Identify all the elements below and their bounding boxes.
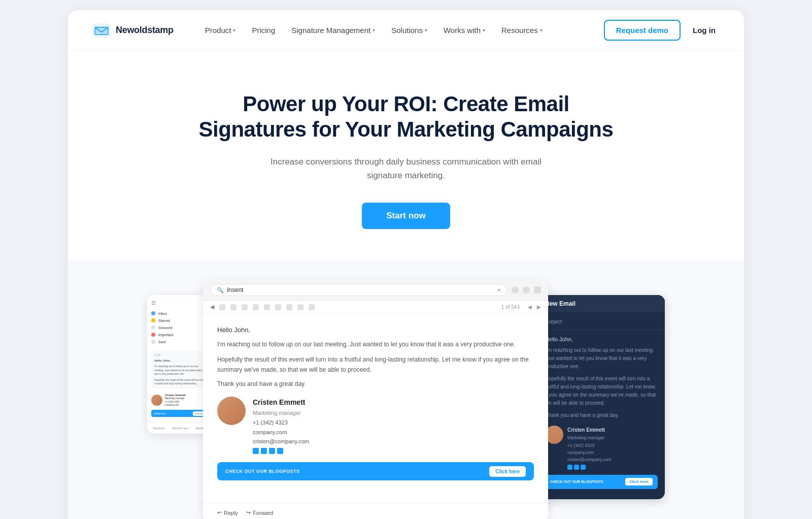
tag-icon	[286, 304, 292, 310]
chevron-down-icon: ▾	[540, 27, 543, 33]
nav-item-product[interactable]: Product ▾	[198, 22, 243, 39]
nav-actions: Request demo Log in	[604, 20, 720, 41]
start-now-button[interactable]: Start now	[362, 203, 450, 229]
mobile-sent-item: Sent	[151, 338, 209, 345]
print-icon	[275, 304, 281, 310]
email-signature: Cristen Emmett Marketing manager +1 (342…	[217, 397, 534, 455]
snooze-icon	[151, 326, 155, 330]
compose-panel: New Email Subject Hello John, I'm reachi…	[538, 295, 665, 499]
attach-icon	[297, 304, 303, 310]
compose-body: Hello John, I'm reaching out to follow u…	[538, 330, 665, 499]
linkedin-icon	[581, 465, 586, 470]
linkedin-icon	[269, 448, 275, 454]
compose-banner-btn[interactable]: Click here	[625, 478, 653, 485]
more-icon	[264, 304, 270, 310]
desktop-search-bar[interactable]: 🔍 Insent ✕	[210, 284, 507, 296]
twitter-icon	[574, 465, 579, 470]
facebook-icon	[567, 465, 572, 470]
nav-item-sig-management[interactable]: Signature Management ▾	[284, 22, 382, 39]
toolbar-grid-icon	[534, 286, 541, 294]
sent-icon	[151, 340, 155, 344]
chevron-down-icon: ▾	[425, 27, 427, 33]
desktop-email-preview: 🔍 Insent ✕ ◀	[203, 280, 548, 519]
twitter-icon	[261, 448, 267, 454]
email-closing: Thank you and have a great day.	[217, 380, 534, 387]
compose-signature: Cristen Emmett Marketing manager +1 (342…	[545, 426, 658, 470]
toolbar-icon	[512, 286, 519, 294]
back-icon[interactable]: ◀	[210, 304, 214, 310]
hero-title: Power up Your ROI: Create Email Signatur…	[188, 91, 624, 143]
archive-icon	[219, 304, 225, 310]
mobile-email-preview: 11:04 ◀ Hello John, I'm reaching out to …	[151, 350, 209, 389]
email-body-2: Hopefully the result of this event will …	[217, 355, 534, 375]
nav-item-resources[interactable]: Resources ▾	[494, 22, 550, 39]
email-banner: CHECK OUT OUR BLOGPOSTS Click here	[217, 462, 534, 480]
mobile-important-item: Important	[151, 331, 209, 338]
mobile-sig-avatar	[151, 395, 162, 406]
mark-icon	[242, 304, 248, 310]
banner-cta-button[interactable]: Click here	[489, 466, 526, 477]
mobile-menu-icon: ☰	[151, 300, 209, 306]
forward-button[interactable]: ↪ Forward	[246, 509, 273, 516]
logo-link[interactable]: Newoldstamp	[92, 23, 174, 38]
nav-prev-icon[interactable]: ◀	[528, 304, 532, 310]
nav-item-pricing[interactable]: Pricing	[245, 22, 282, 39]
delete-icon	[230, 304, 236, 310]
forward-icon: ↪	[246, 509, 251, 516]
mobile-snoozed-item: Snoozed	[151, 324, 209, 331]
navbar: Newoldstamp Product ▾ Pricing Signature …	[68, 10, 744, 51]
email-reply-bar: ↩ Reply ↪ Forward	[203, 503, 548, 519]
compose-sig-details: Cristen Emmett Marketing manager +1 (342…	[567, 426, 611, 470]
desktop-email-body: Hello John, I'm reaching out to follow u…	[203, 314, 548, 503]
nav-item-solutions[interactable]: Solutions ▾	[384, 22, 434, 39]
sig-details: Cristen Emmett Marketing manager +1 (342…	[253, 397, 309, 455]
reply-icon: ↩	[217, 509, 222, 516]
sig-social-links	[253, 448, 309, 454]
nav-next-icon[interactable]: ▶	[537, 304, 541, 310]
hero-section: Power up Your ROI: Create Email Signatur…	[68, 51, 744, 260]
compose-subject: Subject	[538, 312, 665, 330]
hero-subtitle: Increase conversions through daily busin…	[259, 155, 553, 182]
instagram-icon	[277, 448, 283, 454]
toolbar-icons	[512, 286, 541, 294]
request-demo-button[interactable]: Request demo	[604, 20, 681, 41]
login-button[interactable]: Log in	[689, 21, 720, 40]
compose-social-links	[567, 465, 611, 470]
logo-text: Newoldstamp	[116, 25, 174, 36]
star-icon	[151, 318, 155, 322]
mobile-sig-banner: CHECK OUT Click here	[151, 410, 209, 417]
search-icon: 🔍	[217, 287, 224, 294]
facebook-icon	[253, 448, 259, 454]
clear-search-icon: ✕	[497, 287, 501, 293]
desktop-action-bar: ◀ 1 of 543 ◀ ▶	[203, 301, 548, 314]
chevron-down-icon: ▾	[233, 27, 235, 33]
mobile-signature: Cristen Emmett Marketing manager +1 (342…	[151, 393, 209, 408]
nav-links: Product ▾ Pricing Signature Management ▾…	[198, 22, 604, 39]
demo-area: ☰ Inbox Starred Snoozed	[68, 260, 744, 519]
chevron-down-icon: ▾	[373, 27, 375, 33]
chevron-down-icon: ▾	[483, 27, 485, 33]
logo-icon	[92, 23, 111, 38]
compose-banner: CHECK OUT OUR BLOGPOSTS Click here	[545, 475, 658, 489]
important-icon	[151, 333, 155, 337]
mobile-inbox-item: Inbox	[151, 310, 209, 317]
reply-button[interactable]: ↩ Reply	[217, 509, 238, 516]
nav-item-works-with[interactable]: Works with ▾	[436, 22, 492, 39]
desktop-toolbar: 🔍 Insent ✕	[203, 280, 548, 301]
compose-header: New Email	[538, 295, 665, 312]
email-greeting: Hello John,	[217, 326, 534, 334]
dots-icon	[309, 304, 315, 310]
mobile-starred-item: Starred	[151, 317, 209, 324]
toolbar-icon	[523, 286, 530, 294]
move-icon	[253, 304, 259, 310]
email-body-1: I'm reaching out to follow up on our las…	[217, 340, 534, 350]
page-count: 1 of 543	[501, 304, 520, 310]
inbox-icon	[151, 311, 155, 315]
sig-avatar	[217, 397, 246, 425]
